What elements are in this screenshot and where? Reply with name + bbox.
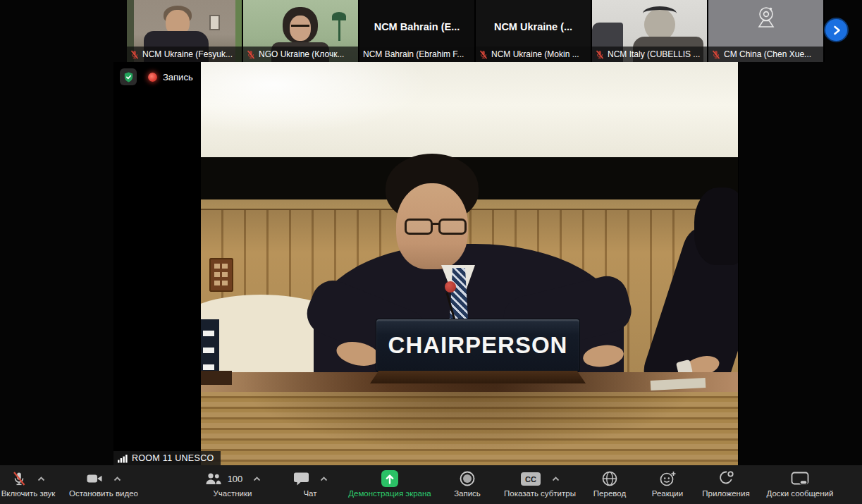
chevron-up-icon[interactable] xyxy=(320,477,328,481)
participant-name: NCM Italy (CUBELLIS ... xyxy=(608,49,700,59)
reactions-smiley-icon xyxy=(659,470,677,487)
picture-frame xyxy=(209,15,220,30)
record-label: Запись xyxy=(454,489,481,498)
participant-center-name: NCM Bahrain (E... xyxy=(359,21,474,32)
participant-name: CM China (Chen Xue... xyxy=(724,49,811,59)
participant-tile-cm-china[interactable]: CM China (Chen Xue... xyxy=(708,0,825,62)
next-page-button[interactable] xyxy=(824,18,849,42)
main-video-tile[interactable]: CHAIRPERSON Запись ROOM 11 UNESCO xyxy=(113,62,739,465)
participant-name-bar: NCM Italy (CUBELLIS ... xyxy=(592,47,707,62)
reactions-button[interactable]: Реакции xyxy=(636,465,698,504)
chevron-up-icon[interactable] xyxy=(253,477,261,481)
participant-name-bar: NGO Ukraine (Клочк... xyxy=(243,47,358,62)
microphone-muted-icon xyxy=(11,471,27,486)
participant-name: NCM Ukraine (Mokin ... xyxy=(491,49,579,59)
show-captions-label: Показать субтитры xyxy=(504,489,576,498)
interpretation-label: Перевод xyxy=(593,489,626,498)
chairperson-nameplate: CHAIRPERSON xyxy=(376,319,580,372)
closed-captions-icon: CC xyxy=(520,472,541,486)
participant-tile-ncm-italy[interactable]: NCM Italy (CUBELLIS ... xyxy=(592,0,708,62)
participant-name-bar: NCM Bahrain (Ebrahim F... xyxy=(359,47,474,62)
chevron-up-icon[interactable] xyxy=(37,477,45,481)
participant-name: NCM Bahrain (Ebrahim F... xyxy=(363,49,464,59)
apps-icon xyxy=(718,470,734,487)
share-screen-icon xyxy=(381,469,399,488)
whiteboard-icon xyxy=(791,472,809,486)
chevron-up-icon[interactable] xyxy=(552,477,560,481)
recording-indicator: Запись xyxy=(120,68,193,85)
participant-name: NCM Ukraine (Fesyuk... xyxy=(142,49,233,59)
apps-button[interactable]: Приложения xyxy=(694,465,758,504)
participant-tile-ncm-ukraine-mokin[interactable]: NCM Ukraine (... NCM Ukraine (Mokin ... xyxy=(476,0,592,62)
record-circle-icon xyxy=(459,470,476,487)
participants-button[interactable]: 100 Участники xyxy=(187,465,278,504)
participant-name-bar: NCM Ukraine (Mokin ... xyxy=(476,47,591,62)
participant-name-bar: NCM Ukraine (Fesyuk... xyxy=(127,47,242,62)
chairperson-scene: CHAIRPERSON xyxy=(201,62,738,465)
unmute-button[interactable]: Включить звук xyxy=(0,465,68,504)
participants-count: 100 xyxy=(228,474,243,484)
whiteboards-label: Доски сообщений xyxy=(767,489,834,498)
zoom-meeting-window: { "filmstrip": { "tiles": [ { "name": "N… xyxy=(0,0,862,504)
stop-video-label: Остановить видео xyxy=(69,489,138,498)
recording-label: Запись xyxy=(163,72,193,82)
mic-muted-icon xyxy=(596,50,604,59)
projection-screen xyxy=(201,62,738,157)
video-thumbnail-strip: NCM Ukraine (Fesyuk... NGO Ukraine (Клоч… xyxy=(127,0,825,62)
active-speaker-name-bar: ROOM 11 UNESCO xyxy=(113,451,221,465)
video-camera-icon xyxy=(86,471,103,486)
globe-icon xyxy=(601,470,618,487)
meeting-toolbar: Включить звук Остановить видео 100 Участ… xyxy=(0,465,862,504)
participant-tile-ncm-bahrain[interactable]: NCM Bahrain (E... NCM Bahrain (Ebrahim F… xyxy=(359,0,476,62)
mic-muted-icon xyxy=(130,50,139,59)
recording-dot-icon xyxy=(148,73,157,82)
partial-nameplate xyxy=(201,319,219,373)
participants-label: Участники xyxy=(214,489,252,498)
mic-muted-icon xyxy=(247,50,255,59)
participant-name: NGO Ukraine (Клочк... xyxy=(259,49,344,59)
chat-bubble-icon xyxy=(293,472,309,486)
mic-muted-icon xyxy=(712,50,720,59)
reactions-label: Реакции xyxy=(652,489,683,498)
participant-tile-ncm-ukraine-fesyuk[interactable]: NCM Ukraine (Fesyuk... xyxy=(127,0,243,62)
audio-level-icon xyxy=(118,453,128,463)
headphones xyxy=(643,6,677,20)
chevron-up-icon[interactable] xyxy=(113,477,121,481)
stop-video-button[interactable]: Остановить видео xyxy=(60,465,147,504)
participant-center-name: NCM Ukraine (... xyxy=(476,21,591,32)
share-screen-button[interactable]: Демонстрация экрана xyxy=(332,465,448,504)
glasses xyxy=(405,219,433,235)
participant-tile-ngo-ukraine[interactable]: NGO Ukraine (Клочк... xyxy=(243,0,359,62)
chevron-right-icon xyxy=(831,25,842,36)
show-captions-button[interactable]: CC Показать субтитры xyxy=(488,465,591,504)
unmute-label: Включить звук xyxy=(1,489,56,498)
share-screen-label: Демонстрация экрана xyxy=(348,489,431,498)
participant-name-bar: CM China (Chen Xue... xyxy=(708,47,823,62)
chat-label: Чат xyxy=(303,489,316,498)
nameplate-text: CHAIRPERSON xyxy=(388,332,568,359)
apps-label: Приложения xyxy=(702,489,749,498)
svg-text:CC: CC xyxy=(525,475,536,484)
mic-muted-icon xyxy=(479,50,488,59)
room-name: ROOM 11 UNESCO xyxy=(132,453,214,463)
security-shield-icon[interactable] xyxy=(120,68,137,85)
webcam-icon xyxy=(751,4,782,32)
whiteboards-button[interactable]: Доски сообщений xyxy=(758,465,842,504)
interpretation-button[interactable]: Перевод xyxy=(579,465,641,504)
participants-icon xyxy=(204,472,222,486)
